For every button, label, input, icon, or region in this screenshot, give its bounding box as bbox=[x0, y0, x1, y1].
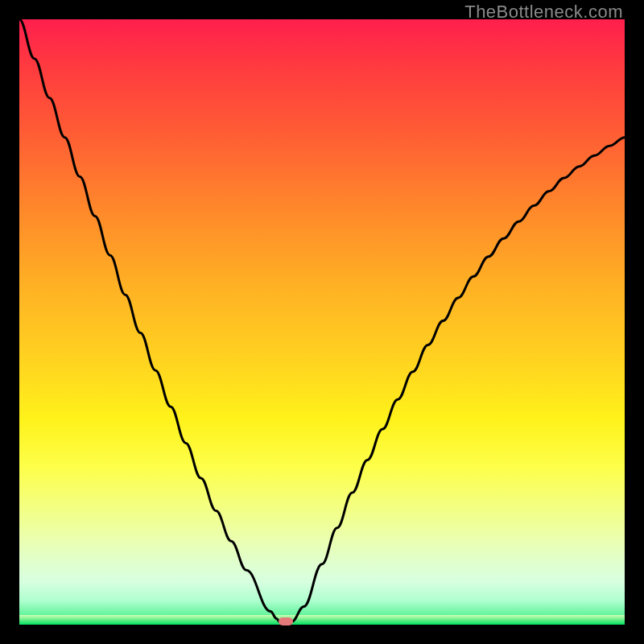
watermark: TheBottleneck.com bbox=[464, 2, 623, 23]
frame: TheBottleneck.com bbox=[0, 0, 644, 644]
optimum-marker bbox=[279, 617, 293, 625]
plot-area bbox=[19, 19, 625, 625]
bottleneck-curve bbox=[19, 19, 625, 625]
